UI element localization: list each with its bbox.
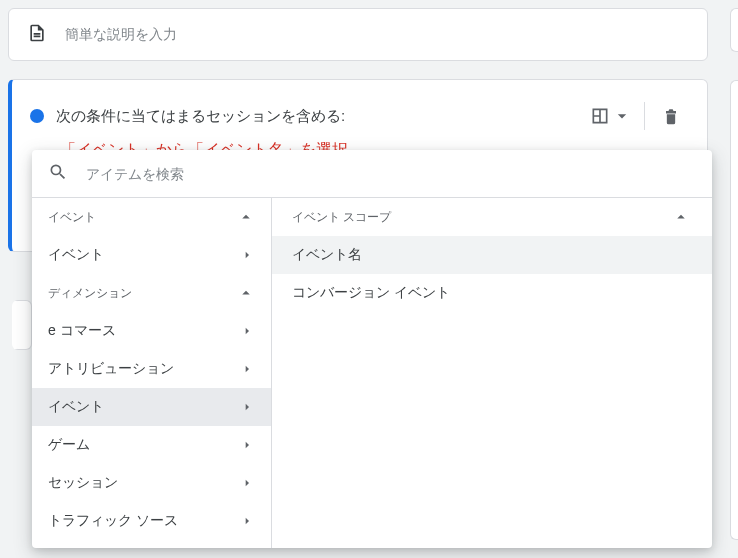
right-section-header[interactable]: イベント スコープ xyxy=(272,198,712,236)
item-picker-popover: イベントイベントディメンションe コマースアトリビューションイベントゲームセッシ… xyxy=(32,150,712,548)
condition-title: 次の条件に当てはまるセッションを含める: xyxy=(56,107,574,126)
left-menu-item[interactable]: パブリッシャー xyxy=(32,540,271,548)
right-panel-stub xyxy=(730,8,738,52)
divider xyxy=(644,102,645,130)
left-menu-item[interactable]: アトリビューション xyxy=(32,350,271,388)
left-menu-item-label: e コマース xyxy=(48,322,116,340)
left-menu-item[interactable]: セッション xyxy=(32,464,271,502)
scope-selector-button[interactable] xyxy=(586,98,636,134)
right-panel-stub-2 xyxy=(730,80,738,540)
left-section-header[interactable]: イベント xyxy=(32,198,271,236)
left-section-label: イベント xyxy=(48,209,96,226)
left-menu-item-label: セッション xyxy=(48,474,118,492)
picker-right-column: イベント スコープイベント名コンバージョン イベント xyxy=(272,197,712,548)
right-menu-item[interactable]: イベント名 xyxy=(272,236,712,274)
picker-columns: イベントイベントディメンションe コマースアトリビューションイベントゲームセッシ… xyxy=(32,197,712,548)
left-menu-item[interactable]: e コマース xyxy=(32,312,271,350)
condition-bullet-icon xyxy=(30,109,44,123)
right-section-label: イベント スコープ xyxy=(292,209,391,226)
search-row xyxy=(32,150,712,197)
left-menu-item-label: ゲーム xyxy=(48,436,90,454)
search-input[interactable] xyxy=(84,165,696,183)
left-section-label: ディメンション xyxy=(48,285,132,302)
picker-left-column: イベントイベントディメンションe コマースアトリビューションイベントゲームセッシ… xyxy=(32,197,272,548)
card-stub xyxy=(12,300,32,350)
left-menu-item-label: イベント xyxy=(48,246,104,264)
left-menu-item[interactable]: ゲーム xyxy=(32,426,271,464)
left-menu-item-label: イベント xyxy=(48,398,104,416)
left-menu-item[interactable]: トラフィック ソース xyxy=(32,502,271,540)
left-section-header[interactable]: ディメンション xyxy=(32,274,271,312)
caret-down-icon xyxy=(612,106,632,126)
search-icon xyxy=(48,162,68,185)
condition-header: 次の条件に当てはまるセッションを含める: xyxy=(30,98,689,134)
condition-actions xyxy=(586,98,689,134)
left-menu-item-label: アトリビューション xyxy=(48,360,174,378)
description-icon xyxy=(27,23,47,46)
description-card: 簡単な説明を入力 xyxy=(8,8,708,61)
description-placeholder[interactable]: 簡単な説明を入力 xyxy=(65,26,177,44)
delete-button[interactable] xyxy=(653,98,689,134)
left-menu-item[interactable]: イベント xyxy=(32,236,271,274)
left-menu-item[interactable]: イベント xyxy=(32,388,271,426)
left-menu-item-label: トラフィック ソース xyxy=(48,512,178,530)
right-menu-item[interactable]: コンバージョン イベント xyxy=(272,274,712,312)
